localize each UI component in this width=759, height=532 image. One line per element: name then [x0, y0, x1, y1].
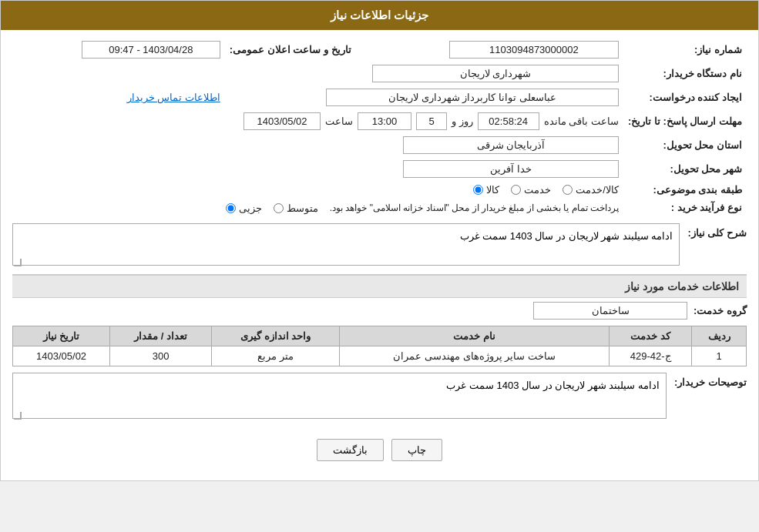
col-header-qty: تعداد / مقدار — [110, 326, 212, 346]
need-number-value: 1103094873000002 — [449, 41, 619, 59]
resize-handle — [14, 259, 22, 266]
cell-code: ج-42-429 — [609, 346, 691, 366]
purchase-type-partial[interactable]: جزیی — [226, 202, 262, 214]
page-header: جزئیات اطلاعات نیاز — [1, 1, 758, 30]
buyer-desc-textarea[interactable] — [12, 373, 667, 419]
col-header-date: تاریخ نیاز — [13, 326, 110, 346]
resize-handle-buyer — [14, 412, 22, 420]
contact-link[interactable]: اطلاعات تماس خریدار — [127, 92, 220, 103]
announcement-date-value: 1403/04/28 - 09:47 — [82, 41, 220, 59]
purchase-type-note: پرداخت تمام یا بخشی از مبلغ خریدار از مح… — [330, 202, 619, 213]
col-header-row: ردیف — [692, 326, 747, 346]
category-kala[interactable]: کالا — [473, 184, 499, 196]
creator-label: ایجاد کننده درخواست: — [623, 85, 747, 109]
button-row: چاپ بازگشت — [12, 427, 747, 473]
info-table: شماره نیاز: 1103094873000002 تاریخ و ساع… — [12, 38, 747, 217]
back-button[interactable]: بازگشت — [317, 439, 384, 461]
category-khedmat[interactable]: خدمت — [511, 184, 551, 196]
category-label: طبقه بندی موضوعی: — [623, 181, 747, 199]
province-value: آذربایجان شرقی — [403, 136, 619, 154]
deadline-label: مهلت ارسال پاسخ: تا تاریخ: — [623, 109, 747, 133]
creator-value: عباسعلی توانا کاربرداز شهرداری لاریجان — [326, 89, 619, 106]
province-label: استان محل تحویل: — [623, 133, 747, 157]
purchase-type-medium[interactable]: متوسط — [274, 202, 318, 214]
need-desc-textarea[interactable] — [12, 223, 680, 266]
purchase-type-label: نوع فرآیند خرید : — [623, 199, 747, 217]
page-title: جزئیات اطلاعات نیاز — [331, 8, 428, 22]
category-kala-khedmat[interactable]: کالا/خدمت — [563, 184, 619, 196]
announcement-date-label: تاریخ و ساعت اعلان عمومی: — [225, 38, 367, 62]
deadline-date: 1403/05/02 — [243, 112, 321, 130]
cell-row: 1 — [692, 346, 747, 366]
remaining-label: ساعت باقی مانده — [544, 115, 619, 127]
cell-unit: متر مربع — [212, 346, 340, 366]
need-desc-label: شرح کلی نیاز: — [687, 223, 747, 239]
cell-qty: 300 — [110, 346, 212, 366]
service-group-value: ساختمان — [533, 302, 687, 320]
city-label: شهر محل تحویل: — [623, 157, 747, 181]
service-group-label: گروه خدمت: — [694, 305, 747, 316]
days-label: روز و — [452, 115, 473, 127]
deadline-time: 13:00 — [358, 112, 411, 130]
city-value: خدا آفرین — [403, 160, 619, 178]
print-button[interactable]: چاپ — [391, 439, 442, 461]
table-row: 1 ج-42-429 ساخت سایر پروژه‌های مهندسی عم… — [13, 346, 747, 366]
col-header-code: کد خدمت — [609, 326, 691, 346]
deadline-remaining: 02:58:24 — [478, 112, 539, 130]
deadline-days: 5 — [416, 112, 447, 130]
col-header-unit: واحد اندازه گیری — [212, 326, 340, 346]
col-header-name: نام خدمت — [340, 326, 610, 346]
services-table: ردیف کد خدمت نام خدمت واحد اندازه گیری ت… — [12, 326, 747, 366]
cell-name: ساخت سایر پروژه‌های مهندسی عمران — [340, 346, 610, 366]
time-label: ساعت — [325, 115, 353, 127]
buyer-desc-label: توصیحات خریدار: — [674, 373, 747, 388]
cell-date: 1403/05/02 — [13, 346, 110, 366]
buyer-org-value: شهرداری لاریجان — [372, 65, 619, 82]
services-section-header: اطلاعات خدمات مورد نیاز — [12, 274, 747, 298]
buyer-org-label: نام دستگاه خریدار: — [623, 62, 747, 85]
need-number-label: شماره نیاز: — [623, 38, 747, 62]
